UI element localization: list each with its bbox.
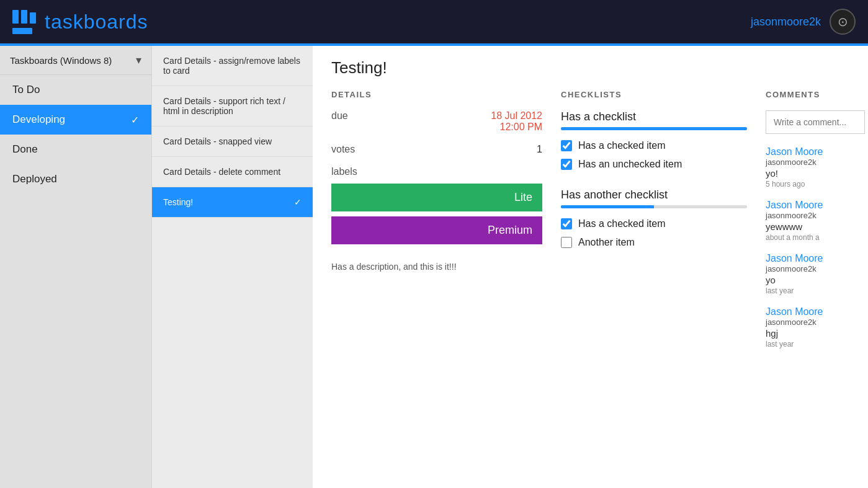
- board-selector[interactable]: Taskboards (Windows 8) ▾: [0, 46, 151, 75]
- sidebar-item-todo-label: To Do: [12, 84, 40, 96]
- card-item-richtext-label: Card Details - support rich text / html …: [163, 96, 302, 116]
- sidebar-item-deployed-label: Deployed: [12, 173, 57, 185]
- main-layout: Taskboards (Windows 8) ▾ To Do Developin…: [0, 46, 868, 488]
- details-header: DETAILS: [331, 90, 542, 99]
- card-item-labels-label: Card Details - assign/remove labels to c…: [163, 56, 302, 76]
- card-item-delete-label: Card Details - delete comment: [163, 167, 280, 177]
- check-icon-active: ✓: [294, 197, 302, 207]
- card-item-richtext[interactable]: Card Details - support rich text / html …: [152, 86, 313, 126]
- votes-value: 1: [537, 144, 542, 155]
- due-date: 18 Jul 2012: [491, 110, 542, 122]
- comment-3-username: jasonmoore2k: [766, 317, 865, 327]
- col-checklists: CHECKLISTS Has a checklist Has a checked…: [561, 90, 766, 488]
- check-icon: ✓: [131, 114, 139, 126]
- main-content: Testing! DETAILS due 18 Jul 2012 12:00 P…: [313, 46, 868, 488]
- checklist-2-item-0: Has a checked item: [561, 215, 747, 233]
- col-details: DETAILS due 18 Jul 2012 12:00 PM votes 1…: [331, 90, 561, 488]
- checklist-1-progress: [561, 127, 747, 130]
- comment-2-username: jasonmoore2k: [766, 264, 865, 273]
- comment-0-time: 5 hours ago: [766, 180, 865, 189]
- logo-block-1: [12, 10, 19, 24]
- card-item-testing[interactable]: Testing! ✓: [152, 187, 313, 218]
- labels-label: labels: [331, 166, 357, 177]
- comment-1: Jason Moore jasonmoore2k yewwww about a …: [766, 200, 865, 242]
- card-item-testing-label: Testing!: [163, 197, 193, 207]
- avatar[interactable]: ⊙: [830, 9, 856, 35]
- checklist-2-progress-bar: [561, 205, 654, 208]
- due-label: due: [331, 110, 348, 122]
- checklist-1-item-0-label: Has a checked item: [578, 140, 666, 151]
- logo-block-row2: [12, 28, 32, 34]
- avatar-icon: ⊙: [838, 14, 848, 29]
- header-right: jasonmoore2k ⊙: [751, 9, 856, 35]
- checklist-2-item-1: Another item: [561, 233, 747, 252]
- card-description: Has a description, and this is it!!!: [331, 262, 542, 272]
- checklist-2: Has another checklist Has a checked item…: [561, 189, 747, 252]
- comment-1-time: about a month a: [766, 233, 865, 242]
- comments-header: COMMENTS: [766, 90, 865, 99]
- comment-0-author: Jason Moore: [766, 146, 865, 157]
- sidebar-item-done[interactable]: Done: [0, 135, 151, 164]
- sidebar-item-developing[interactable]: Developing ✓: [0, 105, 151, 135]
- sidebar: Taskboards (Windows 8) ▾ To Do Developin…: [0, 46, 151, 488]
- card-item-snapped-label: Card Details - snapped view: [163, 136, 272, 146]
- sidebar-item-todo[interactable]: To Do: [0, 75, 151, 105]
- checklist-1-title: Has a checklist: [561, 110, 747, 123]
- checklist-1-checkbox-0[interactable]: [561, 140, 572, 151]
- sidebar-item-deployed[interactable]: Deployed: [0, 164, 151, 194]
- comment-3: Jason Moore jasonmoore2k hgj last year: [766, 306, 865, 348]
- checklist-1-item-1-label: Has an unchecked item: [578, 159, 682, 170]
- card-item-labels[interactable]: Card Details - assign/remove labels to c…: [152, 46, 313, 86]
- label-lite[interactable]: Lite: [331, 184, 542, 211]
- checklist-1-item-1: Has an unchecked item: [561, 155, 747, 174]
- logo-icon: [12, 10, 36, 34]
- checklist-2-title: Has another checklist: [561, 189, 747, 202]
- comment-input[interactable]: [766, 110, 865, 134]
- logo-block-3: [30, 12, 36, 24]
- checklist-2-item-0-label: Has a checked item: [578, 218, 666, 229]
- checklist-2-item-1-label: Another item: [578, 237, 635, 248]
- sidebar-item-done-label: Done: [12, 143, 38, 156]
- checklist-2-checkbox-0[interactable]: [561, 218, 572, 229]
- card-item-snapped[interactable]: Card Details - snapped view: [152, 126, 313, 157]
- comment-2-author: Jason Moore: [766, 253, 865, 264]
- due-time: 12:00 PM: [491, 122, 542, 133]
- col-comments: COMMENTS Jason Moore jasonmoore2k yo! 5 …: [766, 90, 865, 488]
- comment-0: Jason Moore jasonmoore2k yo! 5 hours ago: [766, 146, 865, 189]
- checklist-1-progress-bar: [561, 127, 747, 130]
- comment-1-username: jasonmoore2k: [766, 211, 865, 220]
- comment-0-username: jasonmoore2k: [766, 157, 865, 167]
- checklist-1-checkbox-1[interactable]: [561, 159, 572, 170]
- app-header: taskboards jasonmoore2k ⊙: [0, 0, 868, 43]
- comment-2-time: last year: [766, 286, 865, 295]
- checklist-2-progress: [561, 205, 747, 208]
- sidebar-item-developing-label: Developing: [12, 113, 65, 126]
- card-title: Testing!: [331, 58, 849, 78]
- header-username: jasonmoore2k: [751, 16, 821, 29]
- checklists-header: CHECKLISTS: [561, 90, 747, 99]
- board-selector-label: Taskboards (Windows 8): [10, 55, 112, 66]
- labels-container: Lite Premium: [331, 184, 542, 249]
- due-row: due 18 Jul 2012 12:00 PM: [331, 110, 542, 133]
- comment-2-text: yo: [766, 275, 865, 285]
- checklist-2-checkbox-1[interactable]: [561, 237, 572, 248]
- comment-3-author: Jason Moore: [766, 306, 865, 317]
- card-item-delete[interactable]: Card Details - delete comment: [152, 157, 313, 187]
- checklist-1: Has a checklist Has a checked item Has a…: [561, 110, 747, 174]
- comment-3-text: hgj: [766, 328, 865, 339]
- label-premium[interactable]: Premium: [331, 216, 542, 244]
- comment-3-time: last year: [766, 340, 865, 348]
- comment-0-text: yo!: [766, 168, 865, 179]
- header-left: taskboards: [12, 10, 148, 34]
- due-value: 18 Jul 2012 12:00 PM: [491, 110, 542, 133]
- columns: DETAILS due 18 Jul 2012 12:00 PM votes 1…: [331, 90, 849, 488]
- card-list: Card Details - assign/remove labels to c…: [151, 46, 313, 488]
- comment-1-author: Jason Moore: [766, 200, 865, 211]
- labels-row: labels Lite Premium: [331, 166, 542, 249]
- checklist-1-item-0: Has a checked item: [561, 136, 747, 155]
- nav-list: To Do Developing ✓ Done Deployed: [0, 75, 151, 488]
- votes-label: votes: [331, 144, 355, 155]
- comment-2: Jason Moore jasonmoore2k yo last year: [766, 253, 865, 295]
- votes-row: votes 1: [331, 144, 542, 155]
- chevron-down-icon: ▾: [136, 53, 141, 67]
